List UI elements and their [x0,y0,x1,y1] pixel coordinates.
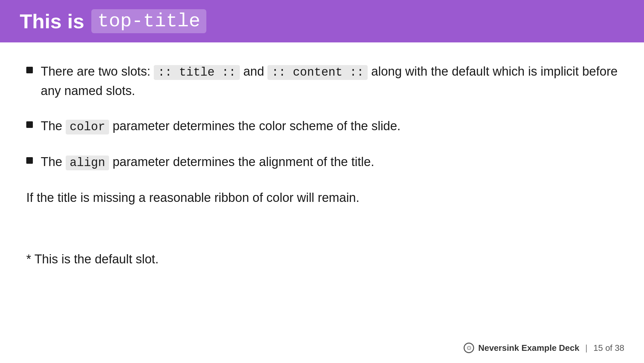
inline-code: :: title :: [154,65,240,80]
footer: ⊙ Neversink Example Deck | 15 of 38 [464,343,624,353]
slide-title: This is top-title [20,9,206,33]
normal-paragraph: If the title is missing a reasonable rib… [26,188,618,207]
title-plain-text: This is [20,10,84,33]
bullet-list: There are two slots: :: title :: and :: … [26,62,618,172]
inline-code: align [66,156,109,170]
list-item: There are two slots: :: title :: and :: … [26,62,618,100]
main-content: There are two slots: :: title :: and :: … [0,42,644,288]
bullet-icon [26,121,33,128]
inline-code: color [66,120,109,134]
bullet-content-1: There are two slots: :: title :: and :: … [41,62,618,100]
default-slot-text: * This is the default slot. [26,250,618,269]
footer-brand: Neversink Example Deck [478,343,579,353]
list-item: The align parameter determines the align… [26,153,618,172]
footer-separator: | [585,343,587,353]
spacer [26,224,618,250]
footer-icon: ⊙ [464,343,474,353]
header-bar: This is top-title [0,0,644,42]
list-item: The color parameter determines the color… [26,117,618,136]
footer-page: 15 of 38 [593,343,624,353]
inline-code: :: content :: [267,65,368,80]
bullet-icon [26,157,33,164]
bullet-content-2: The color parameter determines the color… [41,117,618,136]
bullet-content-3: The align parameter determines the align… [41,153,618,172]
title-code-text: top-title [91,9,206,33]
bullet-icon [26,67,33,73]
